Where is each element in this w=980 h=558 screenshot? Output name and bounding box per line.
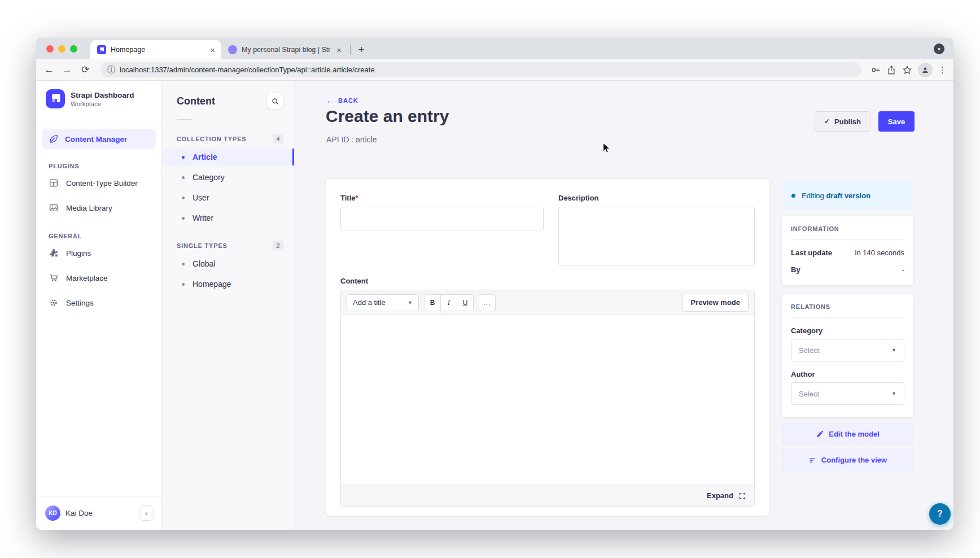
api-id-subtitle: API ID : article xyxy=(326,135,377,144)
subnav-item-label: Article xyxy=(193,152,217,162)
information-card: INFORMATION Last update in 140 seconds B… xyxy=(782,216,913,285)
browser-profile-avatar[interactable] xyxy=(918,63,933,77)
bold-button[interactable]: B xyxy=(424,294,441,311)
user-avatar[interactable]: KD xyxy=(45,505,60,521)
sidebar-item-settings[interactable]: Settings xyxy=(36,291,161,314)
group-label-single-types: SINGLE TYPES xyxy=(177,242,228,249)
desktop: Homepage × My personal Strapi blog | Str… xyxy=(0,0,980,558)
info-label: By xyxy=(791,265,800,274)
subnav-title: Content xyxy=(177,95,215,107)
strapi-app: Strapi Dashboard Workplace Content Manag… xyxy=(36,81,953,530)
subnav-item-global[interactable]: Global xyxy=(162,255,294,272)
bullet-icon xyxy=(182,156,185,159)
tab-separator xyxy=(350,45,351,55)
subnav-item-label: Category xyxy=(193,173,225,182)
strapi-favicon-icon xyxy=(97,45,106,54)
collapse-sidebar-button[interactable]: ‹ xyxy=(139,505,154,521)
page-info-icon[interactable]: ⓘ xyxy=(107,65,115,75)
bullet-icon xyxy=(182,263,185,265)
editor-body[interactable] xyxy=(341,315,754,485)
main-content: ← BACK Create an entry API ID : article … xyxy=(295,81,953,530)
share-icon[interactable] xyxy=(886,65,896,75)
select-placeholder: Select xyxy=(799,346,819,355)
editor-footer: Expand xyxy=(341,485,754,506)
more-formatting-button[interactable]: ... xyxy=(479,294,496,311)
sidebar-item-content-type-builder[interactable]: Content-Type Builder xyxy=(36,172,161,194)
subnav-item-writer[interactable]: Writer xyxy=(162,210,294,226)
tab-homepage[interactable]: Homepage × xyxy=(90,40,221,59)
save-button[interactable]: Save xyxy=(878,111,915,132)
select-placeholder: Select xyxy=(799,390,819,398)
tab-blog[interactable]: My personal Strapi blog | Strap × xyxy=(221,40,348,59)
tab-title: My personal Strapi blog | Strap xyxy=(242,46,330,54)
sidebar-item-media-library[interactable]: Media Library xyxy=(36,197,161,219)
title-input[interactable] xyxy=(340,207,544,230)
required-asterisk: * xyxy=(356,194,358,202)
draft-status-text: Editing draft version xyxy=(802,191,870,200)
title-field-label: Title* xyxy=(340,194,544,202)
single-count-badge: 2 xyxy=(273,241,283,250)
sidebar-item-plugins[interactable]: Plugins xyxy=(36,242,161,264)
subnav-item-category[interactable]: Category xyxy=(162,169,294,186)
subnav-divider xyxy=(177,119,193,120)
subnav-item-homepage[interactable]: Homepage xyxy=(162,276,294,293)
address-bar[interactable]: ⓘ localhost:1337/admin/content-manager/c… xyxy=(100,62,861,77)
author-select[interactable]: Select ▼ xyxy=(791,382,904,405)
puzzle-icon xyxy=(49,248,59,258)
chevron-down-icon: ▼ xyxy=(891,391,896,396)
back-label: BACK xyxy=(338,97,358,104)
workspace-subtitle: Workplace xyxy=(71,101,134,107)
forward-icon[interactable]: → xyxy=(61,64,73,76)
sidebar-item-marketplace[interactable]: Marketplace xyxy=(36,267,161,289)
new-tab-button[interactable]: + xyxy=(354,42,369,57)
minimize-window-button[interactable] xyxy=(58,45,65,53)
preview-mode-button[interactable]: Preview mode xyxy=(683,294,749,312)
bullet-icon xyxy=(182,217,185,220)
description-textarea[interactable] xyxy=(558,207,755,265)
save-label: Save xyxy=(888,117,905,126)
configure-view-button[interactable]: Configure the view xyxy=(782,450,913,470)
category-select[interactable]: Select ▼ xyxy=(791,339,904,361)
close-tab-icon[interactable]: × xyxy=(335,45,343,55)
url-text: localhost:1337/admin/content-manager/col… xyxy=(120,66,375,74)
subnav-item-user[interactable]: User xyxy=(162,189,294,206)
search-button[interactable] xyxy=(266,93,283,110)
edit-model-button[interactable]: Edit the model xyxy=(782,424,913,444)
section-label-plugins: PLUGINS xyxy=(49,163,161,169)
underline-button[interactable]: U xyxy=(457,294,474,311)
sidebar-item-content-manager[interactable]: Content Manager xyxy=(42,129,156,149)
info-label: Last update xyxy=(791,249,832,257)
heading-dropdown[interactable]: Add a title ▼ xyxy=(347,294,419,311)
back-link[interactable]: ← BACK xyxy=(326,97,358,104)
reload-icon[interactable]: ⟳ xyxy=(79,64,91,76)
main-sidebar: Strapi Dashboard Workplace Content Manag… xyxy=(36,81,162,530)
back-icon[interactable]: ← xyxy=(43,64,55,76)
content-subnav: Content COLLECTION TYPES 4 Article xyxy=(162,81,295,530)
page-title: Create an entry xyxy=(326,107,449,126)
expand-label: Expand xyxy=(707,491,733,500)
tab-search-button[interactable]: ▾ xyxy=(934,43,944,54)
workspace-title: Strapi Dashboard xyxy=(71,91,134,99)
feather-icon xyxy=(49,134,59,144)
workspace-brand[interactable]: Strapi Dashboard Workplace xyxy=(36,81,161,116)
italic-button[interactable]: I xyxy=(440,294,457,311)
expand-icon[interactable] xyxy=(738,492,746,500)
help-button[interactable]: ? xyxy=(929,503,951,525)
publish-button[interactable]: ✓ Publish xyxy=(815,111,870,132)
image-icon xyxy=(49,203,59,213)
bookmark-star-icon[interactable] xyxy=(902,65,912,75)
close-tab-icon[interactable]: × xyxy=(208,45,217,55)
close-window-button[interactable] xyxy=(46,45,54,53)
fullscreen-window-button[interactable] xyxy=(70,45,77,53)
info-value: - xyxy=(902,265,904,274)
password-key-icon[interactable] xyxy=(870,65,881,75)
chevron-down-icon: ▼ xyxy=(891,347,896,353)
browser-menu-icon[interactable]: ⋮ xyxy=(938,65,947,75)
group-label-collection-types: COLLECTION TYPES xyxy=(177,136,246,142)
tabs: Homepage × My personal Strapi blog | Str… xyxy=(90,40,369,59)
subnav-item-article[interactable]: Article xyxy=(162,149,294,165)
bullet-icon xyxy=(182,176,185,179)
back-arrow-icon: ← xyxy=(326,97,334,104)
subnav-item-label: Writer xyxy=(193,213,213,223)
info-value: in 140 seconds xyxy=(855,249,904,257)
